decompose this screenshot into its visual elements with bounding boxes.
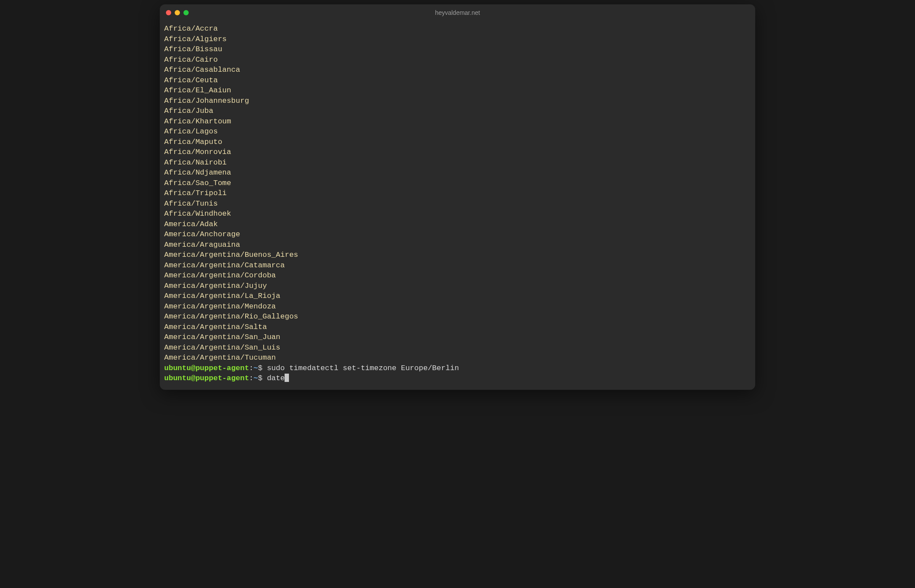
window-title: heyvaldemar.net bbox=[435, 9, 480, 16]
timezone-line: America/Argentina/Rio_Gallegos bbox=[164, 312, 751, 322]
cursor-icon bbox=[285, 374, 289, 382]
timezone-line: America/Argentina/Mendoza bbox=[164, 301, 751, 312]
terminal-window: heyvaldemar.net Africa/AccraAfrica/Algie… bbox=[160, 4, 755, 390]
timezone-line: America/Argentina/San_Luis bbox=[164, 343, 751, 353]
timezone-line: Africa/Ceuta bbox=[164, 75, 751, 86]
timezone-line: America/Argentina/La_Rioja bbox=[164, 291, 751, 301]
timezone-line: Africa/Ndjamena bbox=[164, 168, 751, 178]
prompt-colon: : bbox=[249, 374, 253, 382]
timezone-line: Africa/Nairobi bbox=[164, 158, 751, 168]
timezone-list: Africa/AccraAfrica/AlgiersAfrica/BissauA… bbox=[164, 24, 751, 363]
timezone-line: Africa/El_Aaiun bbox=[164, 85, 751, 96]
close-icon[interactable] bbox=[166, 10, 171, 15]
timezone-line: Africa/Johannesburg bbox=[164, 96, 751, 106]
prompt-user-host: ubuntu@puppet-agent bbox=[164, 364, 249, 372]
timezone-line: Africa/Tunis bbox=[164, 199, 751, 209]
prompt-colon: : bbox=[249, 364, 253, 372]
command-2: date bbox=[267, 374, 285, 382]
timezone-line: Africa/Tripoli bbox=[164, 188, 751, 199]
timezone-line: America/Argentina/Buenos_Aires bbox=[164, 250, 751, 260]
timezone-line: Africa/Maputo bbox=[164, 137, 751, 147]
timezone-line: America/Anchorage bbox=[164, 229, 751, 240]
timezone-line: Africa/Accra bbox=[164, 24, 751, 34]
timezone-line: Africa/Windhoek bbox=[164, 209, 751, 219]
timezone-line: Africa/Juba bbox=[164, 106, 751, 116]
prompt-path: ~ bbox=[253, 374, 258, 382]
prompt-symbol: $ bbox=[258, 374, 267, 382]
timezone-line: Africa/Bissau bbox=[164, 44, 751, 55]
prompt-user-host: ubuntu@puppet-agent bbox=[164, 374, 249, 382]
timezone-line: Africa/Lagos bbox=[164, 126, 751, 137]
timezone-line: Africa/Cairo bbox=[164, 55, 751, 65]
timezone-line: America/Argentina/San_Juan bbox=[164, 332, 751, 343]
terminal-body[interactable]: Africa/AccraAfrica/AlgiersAfrica/BissauA… bbox=[160, 21, 755, 390]
titlebar: heyvaldemar.net bbox=[160, 4, 755, 21]
timezone-line: Africa/Algiers bbox=[164, 34, 751, 45]
timezone-line: America/Araguaina bbox=[164, 240, 751, 250]
prompt-symbol: $ bbox=[258, 364, 267, 372]
timezone-line: America/Argentina/Cordoba bbox=[164, 270, 751, 281]
timezone-line: Africa/Casablanca bbox=[164, 65, 751, 75]
prompt-line-1: ubuntu@puppet-agent:~$ sudo timedatectl … bbox=[164, 363, 751, 374]
timezone-line: America/Argentina/Salta bbox=[164, 322, 751, 332]
traffic-lights bbox=[166, 10, 189, 15]
timezone-line: America/Argentina/Catamarca bbox=[164, 260, 751, 271]
prompt-line-2: ubuntu@puppet-agent:~$ date bbox=[164, 373, 751, 384]
minimize-icon[interactable] bbox=[175, 10, 180, 15]
maximize-icon[interactable] bbox=[183, 10, 189, 15]
timezone-line: America/Argentina/Jujuy bbox=[164, 281, 751, 291]
timezone-line: America/Argentina/Tucuman bbox=[164, 353, 751, 363]
command-1: sudo timedatectl set-timezone Europe/Ber… bbox=[267, 364, 459, 372]
prompt-path: ~ bbox=[253, 364, 258, 372]
timezone-line: Africa/Sao_Tome bbox=[164, 178, 751, 189]
timezone-line: America/Adak bbox=[164, 219, 751, 230]
timezone-line: Africa/Monrovia bbox=[164, 147, 751, 158]
timezone-line: Africa/Khartoum bbox=[164, 116, 751, 127]
